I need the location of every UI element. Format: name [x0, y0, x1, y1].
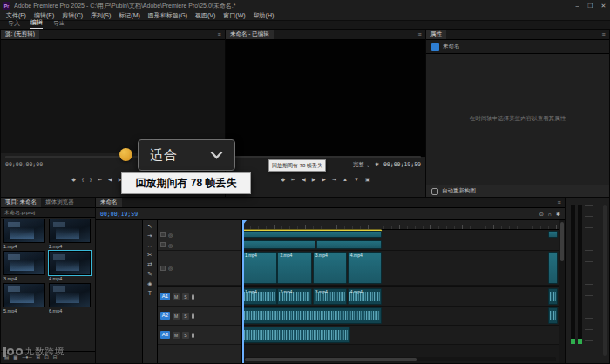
menu-item[interactable]: 窗口(W) [223, 11, 245, 20]
menu-item[interactable]: 标记(M) [119, 11, 140, 20]
menu-item[interactable]: 帮助(H) [254, 11, 274, 20]
project-item[interactable]: 6.mp4 [49, 283, 91, 313]
scrollbar[interactable] [603, 205, 607, 356]
mute-button[interactable]: M [173, 313, 180, 320]
menu-item[interactable]: 视图(V) [195, 11, 215, 20]
microphone-icon[interactable] [192, 313, 194, 319]
program-monitor-tab[interactable]: 未命名 - 已编辑 [226, 30, 274, 39]
timeline-clip[interactable] [242, 327, 350, 343]
workspace-tab-import[interactable]: 导入 [8, 19, 20, 29]
program-scrub-bar[interactable] [230, 156, 421, 158]
audio-track-badge[interactable]: A2 [160, 312, 170, 320]
solo-button[interactable]: S [182, 293, 189, 300]
track-header-a1[interactable]: A1MS [158, 287, 241, 307]
workspace-tab-export[interactable]: 导出 [53, 19, 65, 29]
clip-thumbnail[interactable] [49, 251, 91, 275]
toggle-sync-lock-icon[interactable] [160, 232, 166, 237]
project-item[interactable]: 5.mp4 [3, 283, 45, 313]
timeline-clip[interactable]: 1.mp4 [242, 288, 277, 305]
mute-button[interactable]: M [173, 293, 180, 300]
timeline-tab[interactable]: 未命名 [96, 198, 122, 207]
auto-reframe-action[interactable]: 自动重新构图 [426, 185, 609, 197]
add-marker-icon[interactable]: ◆ [281, 177, 285, 182]
track-header-v1[interactable]: ◎ [158, 251, 241, 286]
step-back-icon[interactable]: ◀ [108, 177, 112, 182]
timeline-clip[interactable] [316, 240, 382, 249]
hand-tool[interactable]: ◈ [147, 280, 152, 287]
lift-icon[interactable]: ▲ [342, 177, 348, 182]
timeline-settings-icon[interactable]: ✱ [556, 212, 560, 217]
solo-button[interactable]: S [182, 313, 189, 320]
go-to-out-icon[interactable]: ⇥ [332, 177, 336, 182]
audio-track-badge[interactable]: A3 [160, 331, 170, 339]
playback-resolution-dropdown[interactable]: 完整 ⌄ [353, 161, 370, 169]
toggle-track-output-icon[interactable]: ◎ [168, 265, 173, 271]
panel-menu-icon[interactable]: ≡ [414, 30, 425, 39]
project-item[interactable]: 3.mp4 [3, 251, 45, 281]
audio-track-badge[interactable]: A1 [160, 293, 170, 300]
clip-thumbnail[interactable] [3, 251, 45, 275]
project-path[interactable]: 未命名.prproj [1, 208, 95, 218]
timeline-clip[interactable]: 1.mp4 [242, 252, 277, 284]
track-header-v3[interactable]: ◎ [158, 230, 241, 239]
timeline-clip[interactable] [548, 252, 558, 284]
microphone-icon[interactable] [192, 294, 194, 300]
toggle-sync-lock-icon[interactable] [160, 242, 166, 247]
source-current-timecode[interactable]: 00;00;00;00 [5, 161, 43, 168]
timeline-horizontal-scrollbar[interactable] [244, 357, 556, 361]
timeline-clip[interactable]: 3.mp4 [313, 252, 347, 284]
video-lane-v1[interactable]: 1.mp42.mp43.mp44.mp4 [242, 251, 559, 286]
timeline-playhead-timecode[interactable]: 00;00;19;59 [100, 211, 138, 218]
toggle-track-output-icon[interactable]: ◎ [168, 242, 173, 248]
panel-menu-icon[interactable]: ≡ [598, 30, 609, 39]
track-header-v2[interactable]: ◎ [158, 239, 241, 251]
panel-menu-icon[interactable]: ≡ [214, 30, 225, 39]
source-monitor-tab[interactable]: 源: (无剪辑) [1, 30, 39, 39]
menu-item[interactable]: 序列(S) [91, 11, 111, 20]
razor-tool[interactable]: ✂ [147, 251, 152, 259]
timeline-clip[interactable]: 2.mp4 [277, 252, 312, 284]
zoom-fit-dropdown-zoomed[interactable]: 适合 [138, 139, 235, 171]
timeline-clip[interactable] [548, 231, 558, 238]
timeline-clip[interactable] [242, 231, 382, 238]
video-lane-v3[interactable] [242, 230, 559, 239]
menu-item[interactable]: 图形和标题(G) [148, 11, 187, 20]
timeline-clip[interactable]: 4.mp4 [348, 288, 382, 305]
toggle-track-output-icon[interactable]: ◎ [168, 232, 173, 238]
extract-icon[interactable]: ▼ [354, 177, 359, 182]
mark-in-icon[interactable]: { [82, 177, 84, 182]
properties-tab[interactable]: 属性 [426, 30, 446, 39]
timeline-clip[interactable]: 4.mp4 [348, 252, 382, 284]
step-back-icon[interactable]: ◀ [302, 177, 306, 182]
clip-thumbnail[interactable] [49, 219, 91, 243]
play-button-icon[interactable]: ▶ [312, 177, 316, 182]
workspace-tab-edit[interactable]: 编辑 [30, 18, 43, 29]
snap-icon[interactable]: ∩ [548, 212, 552, 217]
timeline-clip[interactable] [548, 307, 558, 324]
audio-lane-a3[interactable] [242, 326, 559, 345]
go-to-in-icon[interactable]: ⇤ [291, 177, 295, 182]
video-lane-v2[interactable] [242, 239, 559, 251]
solo-button[interactable]: S [182, 332, 189, 339]
panel-menu-icon[interactable]: ≡ [553, 198, 565, 207]
playhead[interactable] [242, 220, 244, 363]
track-header-a3[interactable]: A3MS [158, 326, 241, 345]
settings-wrench-icon[interactable]: ✱ [375, 162, 379, 167]
pen-tool[interactable]: ✎ [147, 270, 152, 278]
toggle-sync-lock-icon[interactable] [160, 266, 166, 271]
media-browser-tab[interactable]: 媒体浏览器 [41, 198, 78, 207]
maximize-button[interactable]: ❐ [584, 3, 597, 10]
selection-tool[interactable]: ↖ [147, 222, 152, 230]
go-to-in-icon[interactable]: ⇤ [98, 177, 102, 182]
export-frame-icon[interactable]: ▣ [365, 177, 370, 182]
project-item[interactable]: 4.mp4 [49, 251, 91, 281]
timeline-clip[interactable] [242, 307, 382, 324]
properties-sequence-row[interactable]: 未命名 [426, 40, 609, 54]
timeline-clip[interactable] [548, 288, 558, 305]
nest-indicator-icon[interactable]: ⊙ [539, 212, 544, 217]
audio-lane-a1[interactable]: 1.mp42.mp43.mp44.mp4 [242, 287, 559, 307]
add-marker-icon[interactable]: ◆ [71, 177, 76, 182]
mute-button[interactable]: M [173, 332, 180, 339]
microphone-icon[interactable] [192, 333, 194, 338]
close-button[interactable]: ✕ [597, 3, 610, 10]
